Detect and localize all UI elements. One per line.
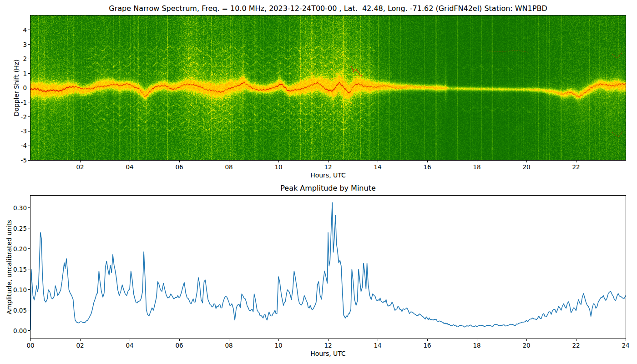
spectrogram-canvas	[30, 15, 626, 160]
x-tick-mark	[477, 161, 477, 162]
x-tick-label: 22	[572, 342, 580, 349]
y-tick-label: 4	[0, 26, 27, 34]
x-tick-label: 10	[274, 163, 282, 171]
y-tick-mark	[28, 73, 30, 74]
x-tick-mark	[130, 161, 130, 162]
x-tick-mark	[427, 339, 428, 341]
x-tick-label: 22	[572, 163, 580, 171]
y-tick-mark	[28, 59, 30, 59]
y-tick-mark	[28, 146, 30, 146]
y-tick-mark	[28, 88, 30, 88]
y-tick-mark	[28, 310, 30, 310]
y-tick-label: 0.30	[0, 204, 27, 212]
x-tick-label: 10	[274, 342, 282, 349]
y-tick-mark	[28, 160, 30, 161]
y-tick-mark	[28, 207, 30, 208]
x-tick-mark	[130, 339, 130, 341]
spectrogram-title: Grape Narrow Spectrum, Freq. = 10.0 MHz,…	[30, 4, 626, 13]
y-tick-mark	[28, 228, 30, 228]
y-tick-mark	[28, 289, 30, 290]
x-tick-mark	[427, 161, 428, 162]
x-tick-mark	[80, 339, 81, 341]
spectrogram-plot-area	[30, 15, 626, 161]
x-tick-label: 04	[126, 163, 133, 171]
x-tick-mark	[80, 161, 81, 162]
amplitude-plot-area	[30, 195, 626, 339]
y-tick-mark	[28, 116, 30, 117]
y-tick-mark	[28, 248, 30, 249]
y-tick-label: -4	[0, 142, 27, 149]
x-tick-label: 16	[423, 163, 431, 171]
x-tick-mark	[278, 161, 279, 162]
x-tick-label: 02	[76, 163, 84, 171]
x-tick-mark	[576, 339, 576, 341]
x-tick-mark	[526, 161, 527, 162]
x-tick-label: 06	[175, 342, 183, 349]
y-tick-mark	[28, 131, 30, 131]
x-tick-mark	[179, 161, 180, 162]
x-tick-label: 14	[374, 342, 381, 349]
x-tick-mark	[576, 161, 576, 162]
y-tick-mark	[28, 44, 30, 45]
y-tick-label: 0	[0, 84, 27, 91]
y-tick-label: 0.05	[0, 307, 27, 314]
x-tick-mark	[229, 161, 229, 162]
spectrogram-x-axis-label: Hours, UTC	[30, 172, 626, 179]
x-tick-label: 24	[622, 342, 629, 349]
x-tick-label: 08	[225, 163, 233, 171]
x-tick-label: 16	[423, 342, 431, 349]
amplitude-canvas	[30, 196, 626, 339]
y-tick-label: -5	[0, 157, 27, 164]
x-tick-mark	[626, 339, 626, 341]
x-tick-label: 18	[473, 342, 480, 349]
y-tick-label: 0.00	[0, 327, 27, 334]
x-tick-label: 20	[522, 342, 530, 349]
x-tick-label: 18	[473, 163, 480, 171]
x-tick-mark	[30, 339, 31, 341]
x-tick-label: 12	[324, 342, 332, 349]
x-tick-mark	[378, 339, 378, 341]
y-tick-label: -1	[0, 99, 27, 106]
amplitude-x-axis-label: Hours, UTC	[30, 350, 626, 357]
x-tick-label: 14	[374, 163, 381, 171]
y-tick-mark	[28, 269, 30, 269]
x-tick-label: 12	[324, 163, 332, 171]
y-tick-label: -2	[0, 113, 27, 121]
x-tick-mark	[328, 339, 329, 341]
x-tick-mark	[229, 339, 229, 341]
x-tick-mark	[526, 339, 527, 341]
y-tick-label: 0.25	[0, 225, 27, 232]
y-tick-label: 2	[0, 55, 27, 62]
x-tick-mark	[278, 339, 279, 341]
x-tick-label: 02	[76, 342, 84, 349]
x-tick-label: 08	[225, 342, 233, 349]
x-tick-label: 04	[126, 342, 133, 349]
x-tick-mark	[328, 161, 329, 162]
y-tick-label: 0.20	[0, 245, 27, 253]
x-tick-label: 20	[522, 163, 530, 171]
y-tick-mark	[28, 330, 30, 331]
x-tick-mark	[477, 339, 477, 341]
x-tick-mark	[179, 339, 180, 341]
y-tick-label: 0.10	[0, 286, 27, 293]
y-tick-label: 0.15	[0, 266, 27, 273]
y-tick-label: 3	[0, 41, 27, 48]
y-tick-label: 1	[0, 70, 27, 77]
y-tick-mark	[28, 30, 30, 30]
y-tick-mark	[28, 102, 30, 102]
amplitude-title: Peak Amplitude by Minute	[30, 184, 626, 192]
x-tick-label: 00	[26, 342, 34, 349]
figure: Grape Narrow Spectrum, Freq. = 10.0 MHz,…	[0, 0, 637, 364]
x-tick-mark	[378, 161, 378, 162]
y-tick-label: -3	[0, 127, 27, 135]
x-tick-label: 06	[175, 163, 183, 171]
